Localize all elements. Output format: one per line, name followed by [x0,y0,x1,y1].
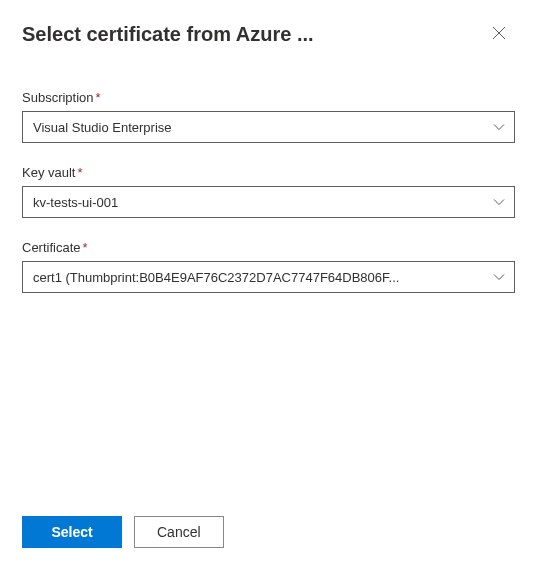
subscription-field: Subscription* Visual Studio Enterprise [22,90,515,143]
required-indicator: * [83,240,88,255]
chevron-down-icon [492,120,506,134]
subscription-value: Visual Studio Enterprise [33,120,172,135]
certificate-dropdown[interactable]: cert1 (Thumbprint:B0B4E9AF76C2372D7AC774… [22,261,515,293]
key-vault-field: Key vault* kv-tests-ui-001 [22,165,515,218]
chevron-down-icon [492,270,506,284]
key-vault-value: kv-tests-ui-001 [33,195,118,210]
subscription-dropdown[interactable]: Visual Studio Enterprise [22,111,515,143]
close-button[interactable] [483,18,515,50]
panel-title: Select certificate from Azure ... [22,23,483,46]
certificate-label-text: Certificate [22,240,81,255]
subscription-label: Subscription* [22,90,515,105]
key-vault-label: Key vault* [22,165,515,180]
panel-footer: Select Cancel [22,506,515,564]
certificate-field: Certificate* cert1 (Thumbprint:B0B4E9AF7… [22,240,515,293]
select-certificate-panel: Select certificate from Azure ... Subscr… [0,0,537,582]
required-indicator: * [77,165,82,180]
certificate-label: Certificate* [22,240,515,255]
key-vault-dropdown[interactable]: kv-tests-ui-001 [22,186,515,218]
key-vault-label-text: Key vault [22,165,75,180]
subscription-label-text: Subscription [22,90,94,105]
panel-header: Select certificate from Azure ... [22,18,515,50]
chevron-down-icon [492,195,506,209]
close-icon [492,26,506,43]
required-indicator: * [96,90,101,105]
cancel-button[interactable]: Cancel [134,516,224,548]
select-button[interactable]: Select [22,516,122,548]
certificate-value: cert1 (Thumbprint:B0B4E9AF76C2372D7AC774… [33,270,399,285]
